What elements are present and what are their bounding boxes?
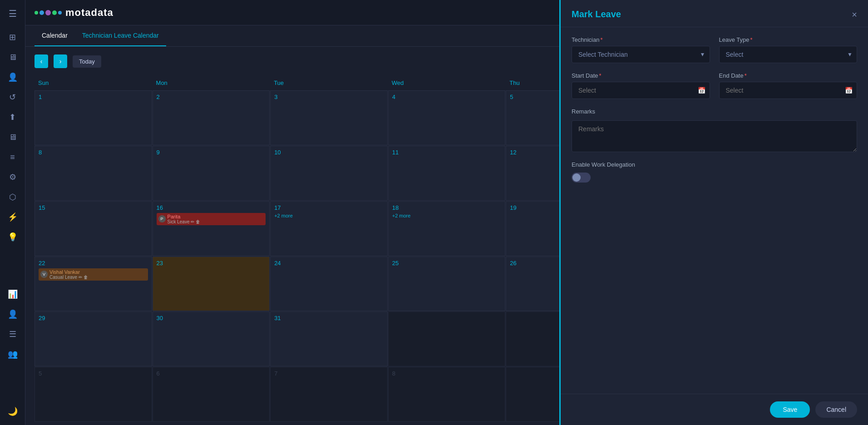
logo-circle-2 [39,10,44,15]
cal-cell-dec24[interactable]: 24 [270,257,388,311]
cal-cell-dec18[interactable]: 18 +2 more [388,201,506,256]
technician-select[interactable]: Select Technician [572,46,710,63]
cal-cell-dec11[interactable]: 11 [388,146,506,201]
cal-cell-dec30[interactable]: 30 [153,311,270,366]
tab-calendar[interactable]: Calendar [35,25,75,46]
date-number: 7 [274,370,384,377]
date-number: 8 [39,149,148,156]
event-person-name: Parita [168,214,200,219]
cal-cell-dec1[interactable]: 1 [35,90,152,145]
next-month-button[interactable]: › [54,54,67,68]
form-row-2: Start Date* 📅 End Date* 📅 [572,72,857,99]
app-name: motadata [65,7,113,19]
tab-technician-leave[interactable]: Technician Leave Calendar [75,25,166,46]
cal-cell-jan6[interactable]: 6 [153,367,270,422]
remarks-textarea[interactable] [572,120,857,152]
remarks-field-group: Remarks [572,108,857,152]
cal-cell-dec22[interactable]: 22 V Vishal Vankar Casual Leave ✏ 🗑 [35,257,152,311]
date-number: 25 [392,260,502,267]
cal-cell-dec10[interactable]: 10 [270,146,388,201]
cal-cell-jan5[interactable]: 5 [35,367,152,422]
leave-type-select[interactable]: Select [719,46,858,63]
toggle-knob [572,173,581,182]
list-icon[interactable]: ≡ [4,148,22,166]
cal-cell-dec9[interactable]: 9 [153,146,270,201]
cancel-button[interactable]: Cancel [815,401,857,418]
date-number: 3 [274,94,384,100]
main-content: motadata Calendar Technician Leave Calen… [25,0,868,425]
date-number: 30 [157,315,266,321]
moon-icon[interactable]: 🌙 [4,402,22,420]
user-icon[interactable]: 👤 [4,68,22,86]
lines-icon[interactable]: ☰ [4,325,22,343]
logo-circles [35,10,62,15]
delegation-toggle[interactable] [572,173,591,183]
panel-title: Mark Leave [572,9,621,20]
date-number: 24 [274,260,384,267]
cal-cell-jan7[interactable]: 7 [270,367,388,422]
cal-cell-dec2[interactable]: 2 [153,90,270,145]
bulb-icon[interactable]: 💡 [4,228,22,246]
person-icon[interactable]: 👤 [4,305,22,323]
cal-cell-other1[interactable] [388,311,506,366]
settings-icon[interactable]: ⚙ [4,168,22,186]
cal-cell-dec25[interactable]: 25 [388,257,506,311]
date-number: 22 [39,260,148,267]
cal-cell-dec8[interactable]: 8 [35,146,152,201]
cal-cell-jan8[interactable]: 8 [388,367,506,422]
start-date-field-group: Start Date* 📅 [572,72,710,99]
cube-icon[interactable]: ⬡ [4,188,22,206]
cal-cell-dec31[interactable]: 31 [270,311,388,366]
panel-body: Technician* Select Technician ▼ Leave Ty… [561,27,868,394]
logo-circle-4 [52,10,57,15]
save-button[interactable]: Save [770,401,810,418]
panel-header: Mark Leave × [561,0,868,27]
date-number: 11 [392,149,502,156]
cal-cell-dec29[interactable]: 29 [35,311,152,366]
upload-icon[interactable]: ⬆ [4,108,22,126]
technician-field-group: Technician* Select Technician ▼ [572,36,710,63]
leave-type-label: Leave Type* [719,36,858,43]
logo-circle-5 [58,11,62,15]
end-date-wrapper: 📅 [719,82,858,99]
start-date-wrapper: 📅 [572,82,710,99]
monitor-icon[interactable]: 🖥 [4,48,22,66]
date-number: 15 [39,204,148,211]
date-number: 5 [39,370,148,377]
end-date-field-group: End Date* 📅 [719,72,858,99]
date-number: 16 [157,204,266,211]
cal-cell-dec17[interactable]: 17 +2 more [270,201,388,256]
today-button[interactable]: Today [73,55,101,68]
start-date-input[interactable] [572,82,710,99]
event-vishal[interactable]: V Vishal Vankar Casual Leave ✏ 🗑 [39,268,148,281]
logo-circle-1 [35,11,38,15]
desktop-icon[interactable]: 🖥 [4,128,22,146]
avatar-vishal: V [40,271,48,278]
refresh-icon[interactable]: ↺ [4,88,22,106]
prev-month-button[interactable]: ‹ [35,54,48,68]
menu-icon[interactable]: ☰ [4,5,22,23]
event-person-name-vishal: Vishal Vankar [49,269,88,275]
event-leave-type-vishal: Casual Leave ✏ 🗑 [49,275,88,280]
chart-icon[interactable]: 📊 [4,285,22,303]
delegation-label: Enable Work Delegation [572,161,857,168]
leave-type-select-wrapper: Select ▼ [719,46,858,63]
cal-cell-dec23[interactable]: 23 [153,257,270,311]
close-panel-button[interactable]: × [852,10,857,19]
day-mon: Mon [153,76,270,90]
form-row-1: Technician* Select Technician ▼ Leave Ty… [572,36,857,63]
cal-cell-dec15[interactable]: 15 [35,201,152,256]
date-number: 1 [39,94,148,100]
remarks-label: Remarks [572,108,857,115]
more-events-dec18[interactable]: +2 more [392,213,502,218]
group-icon[interactable]: ⚡ [4,208,22,226]
users-icon[interactable]: 👥 [4,345,22,363]
cal-cell-dec3[interactable]: 3 [270,90,388,145]
more-events-dec17[interactable]: +2 more [274,213,384,218]
cal-cell-dec4[interactable]: 4 [388,90,506,145]
cal-cell-dec16[interactable]: 16 P Parita Sick Leave ✏ 🗑 [153,201,270,256]
event-parita[interactable]: P Parita Sick Leave ✏ 🗑 [157,213,266,225]
dashboard-icon[interactable]: ⊞ [4,28,22,46]
end-date-input[interactable] [719,82,858,99]
date-number: 9 [157,149,266,156]
